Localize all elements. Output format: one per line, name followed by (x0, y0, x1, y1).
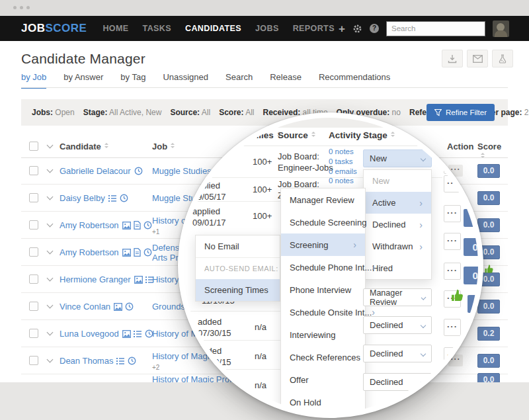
doc-icon[interactable] (134, 248, 141, 257)
list-icon[interactable] (116, 357, 125, 365)
row-actions-button[interactable]: ··· (444, 319, 461, 336)
nav-item-tasks[interactable]: TASKS (143, 24, 171, 33)
tab-by-job[interactable]: by Job (21, 72, 46, 89)
row-checkbox[interactable] (29, 274, 38, 284)
row-checkbox[interactable] (29, 356, 38, 365)
clock-icon[interactable] (134, 167, 143, 175)
clock-icon[interactable] (120, 194, 128, 202)
menu-item-active[interactable]: Active› (364, 192, 431, 214)
row-checkbox[interactable] (29, 247, 38, 257)
menu-item-screening[interactable]: Screening› (281, 233, 365, 256)
refine-filter-button[interactable]: Refine Filter (427, 104, 495, 121)
clock-icon[interactable] (125, 302, 134, 311)
candidate-link[interactable]: Vince Conlan (60, 302, 110, 312)
window-controls[interactable] (13, 6, 30, 9)
menu-item-manager-review[interactable]: Manager Review (281, 189, 365, 211)
stage-select[interactable]: Declined (363, 345, 432, 362)
clock-icon[interactable] (143, 221, 152, 230)
flask-button[interactable] (492, 50, 513, 67)
photo-icon[interactable] (122, 330, 131, 338)
menu-item-screening-times[interactable]: Screening Times (196, 279, 280, 301)
photo-icon[interactable] (114, 303, 122, 311)
filter-stage[interactable]: Stage: All Active, New (83, 108, 162, 117)
help-icon[interactable]: ? (370, 24, 379, 33)
expand-chevron-icon[interactable] (47, 329, 54, 336)
tab-unassigned[interactable]: Unassigned (163, 72, 208, 89)
menu-item-phone-interview[interactable]: Phone Interview (281, 278, 365, 301)
tab-by-answer[interactable]: by Answer (63, 72, 103, 89)
filter-score[interactable]: Score: All (219, 108, 254, 117)
stage-select[interactable]: Manager Review (363, 288, 432, 306)
doc-icon[interactable] (134, 221, 141, 230)
row-actions-button[interactable]: ··· (444, 205, 461, 222)
jobscore-logo[interactable]: JOBSCORE (21, 22, 87, 35)
candidate-link[interactable]: Gabrielle Delacour (60, 166, 131, 176)
photo-icon[interactable] (134, 276, 143, 284)
menu-item-no-email[interactable]: No Email (196, 235, 280, 257)
candidate-link[interactable]: Amy Robertson (60, 247, 119, 257)
add-icon[interactable]: + (339, 23, 345, 34)
photo-icon[interactable] (122, 249, 131, 257)
row-actions-button[interactable]: ··· (444, 263, 461, 280)
row-checkbox[interactable] (29, 302, 38, 311)
expand-chevron-icon[interactable] (47, 221, 54, 228)
stage-select[interactable]: Declined (363, 316, 432, 334)
expand-chevron-icon[interactable] (47, 248, 54, 255)
filter-jobs[interactable]: Jobs: Open (32, 108, 75, 117)
tab-recommendations[interactable]: Recommendations (319, 72, 390, 89)
nav-item-jobs[interactable]: JOBS (255, 24, 279, 33)
email-button[interactable] (467, 50, 488, 67)
avatar[interactable] (493, 21, 509, 37)
menu-item-schedule-onsite-int[interactable]: Schedule Onsite Int...› (281, 301, 365, 323)
menu-item-schedule-screening[interactable]: Schedule Screening (281, 211, 365, 233)
row-checkbox[interactable] (29, 193, 38, 202)
lens-col-source[interactable]: Source (278, 130, 315, 140)
menu-item-new[interactable]: New (364, 170, 431, 192)
menu-item-interviewing[interactable]: Interviewing (281, 323, 365, 346)
candidate-link[interactable]: Hermione Granger (60, 274, 131, 284)
nav-item-reports[interactable]: REPORTS (293, 24, 335, 33)
candidate-link[interactable]: Daisy Belby (60, 193, 105, 203)
stage-select[interactable]: New (363, 149, 432, 167)
expand-chevron-icon[interactable] (47, 194, 54, 200)
tab-release[interactable]: Release (270, 72, 302, 89)
expand-chevron-icon[interactable] (47, 302, 54, 309)
gear-icon[interactable] (352, 24, 362, 34)
menu-item-declined[interactable]: Declined› (364, 214, 431, 235)
expand-all-chevron-icon[interactable] (47, 142, 54, 149)
filter-source[interactable]: Source: All (170, 108, 210, 117)
row-checkbox[interactable] (29, 166, 38, 175)
row-checkbox[interactable] (29, 329, 38, 338)
menu-item-offer[interactable]: Offer (281, 368, 365, 391)
nav-item-candidates[interactable]: CANDIDATES (185, 24, 241, 33)
clock-icon[interactable] (128, 357, 136, 365)
menu-item-check-references[interactable]: Check References (281, 346, 365, 368)
lens-col-activity[interactable]: Activity (329, 130, 368, 140)
nav-item-home[interactable]: HOME (102, 24, 128, 33)
lens-col-stage[interactable]: Stage (363, 130, 394, 140)
candidate-link[interactable]: Amy Robertson (60, 220, 119, 230)
menu-item-withdrawn[interactable]: Withdrawn› (364, 235, 431, 257)
expand-chevron-icon[interactable] (47, 275, 54, 282)
menu-item-schedule-phone-int[interactable]: Schedule Phone Int...› (281, 256, 365, 278)
list-icon[interactable] (134, 330, 142, 338)
row-checkbox[interactable] (29, 220, 38, 230)
tab-search[interactable]: Search (225, 72, 253, 89)
menu-item-on-hold[interactable]: On Hold (281, 391, 365, 413)
col-job[interactable]: Job (152, 142, 174, 151)
download-button[interactable] (442, 50, 463, 67)
expand-chevron-icon[interactable] (47, 167, 54, 173)
candidate-link[interactable]: Luna Lovegood (60, 329, 119, 339)
lens-col-miles[interactable]: Miles (251, 130, 280, 140)
photo-icon[interactable] (122, 222, 131, 230)
col-candidate[interactable]: Candidate (60, 142, 108, 151)
select-all-checkbox[interactable] (29, 142, 38, 151)
activity-links[interactable]: 0 notes0 tasks0 emails (329, 147, 357, 177)
candidate-link[interactable]: Dean Thomas (60, 356, 113, 366)
search-input[interactable] (386, 21, 485, 36)
tab-by-tag[interactable]: by Tag (120, 72, 145, 89)
list-icon[interactable] (108, 194, 117, 202)
row-actions-button[interactable]: ··· (444, 233, 461, 250)
expand-chevron-icon[interactable] (47, 357, 54, 363)
clock-icon[interactable] (143, 248, 152, 257)
